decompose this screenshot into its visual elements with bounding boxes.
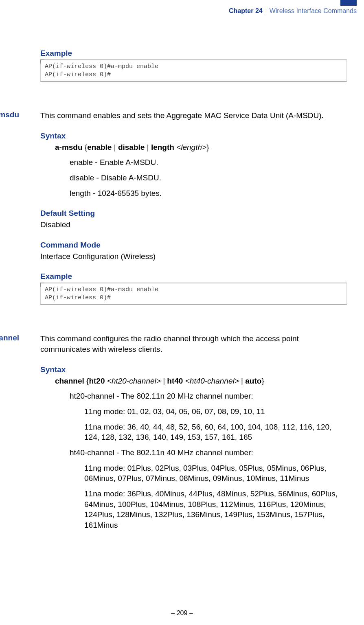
param-ht40-italic: ht40-channel (70, 448, 114, 457)
header-divider (266, 7, 266, 15)
param-ht20-na: 11na mode: 36, 40, 44, 48, 52, 56, 60, 6… (84, 422, 347, 443)
header-accent (340, 0, 357, 6)
syntax-heading-channel: Syntax (40, 365, 347, 374)
syntax-enable: enable (87, 143, 112, 151)
param-disable-bold: disable (70, 173, 94, 182)
param-disable: disable - Disable A-MSDU. (70, 173, 347, 183)
page-header: Chapter 24 Wireless Interface Commands (229, 7, 364, 15)
syntax-length-arg: <length> (176, 143, 206, 151)
page-footer: – 209 – (0, 610, 364, 617)
chapter-title: Wireless Interface Commands (270, 7, 364, 15)
code-block-ampdu: AP(if-wireless 0)#a-mpdu enable AP(if-wi… (40, 59, 347, 82)
syntax-auto: auto (245, 377, 261, 385)
syntax-cmd: a-msdu (55, 143, 83, 151)
amsdu-syntax: a-msdu {enable | disable | length <lengt… (55, 142, 347, 153)
cmdmode-value: Interface Configuration (Wireless) (40, 251, 347, 262)
param-enable: enable - Enable A-MSDU. (70, 157, 347, 168)
section-example-ampdu: Example AP(if-wireless 0)#a-mpdu enable … (0, 49, 347, 82)
example-heading: Example (40, 49, 347, 58)
syntax-heading: Syntax (40, 132, 347, 140)
section-amsdu: a-msdu This command enables and sets the… (0, 110, 347, 305)
section-channel: channel This command configures the radi… (0, 333, 347, 530)
cmdmode-heading: Command Mode (40, 241, 347, 250)
param-ht40-ng: 11ng mode: 01Plus, 02Plus, 03Plus, 04Plu… (84, 463, 347, 484)
syntax-ht20-arg: <ht20-channel> (107, 377, 161, 385)
param-length-rest: - 1024-65535 bytes. (91, 189, 162, 197)
syntax-disable: disable (118, 143, 145, 151)
param-ht20: ht20-channel - The 802.11n 20 MHz channe… (70, 391, 347, 401)
param-ht20-rest: - The 802.11n 20 MHz channel number: (114, 392, 253, 400)
command-label-amsdu: a-msdu (0, 110, 19, 119)
param-length-italic: length (70, 189, 91, 197)
command-label-channel: channel (0, 333, 19, 342)
amsdu-intro: This command enables and sets the Aggreg… (40, 110, 347, 121)
param-ht40-rest: - The 802.11n 40 MHz channel number: (114, 448, 253, 457)
param-ht40-na: 11na mode: 36Plus, 40Minus, 44Plus, 48Mi… (84, 489, 347, 531)
page-number: – 209 – (171, 610, 193, 616)
param-disable-rest: - Disable A-MSDU. (94, 173, 161, 182)
code-block-amsdu: AP(if-wireless 0)#a-msdu enable AP(if-wi… (40, 283, 347, 305)
param-ht20-ng: 11ng mode: 01, 02, 03, 04, 05, 06, 07, 0… (84, 406, 347, 417)
default-value: Disabled (40, 219, 347, 230)
param-length: length - 1024-65535 bytes. (70, 188, 347, 199)
chapter-number: Chapter 24 (229, 7, 263, 15)
example-heading-amsdu: Example (40, 272, 347, 281)
syntax-ht20: ht20 (89, 377, 105, 385)
param-ht20-italic: ht20-channel (70, 392, 114, 400)
default-heading: Default Setting (40, 209, 347, 218)
syntax-cmd-channel: channel (55, 377, 84, 385)
param-enable-rest: - Enable A-MSDU. (93, 158, 158, 167)
syntax-length: length (151, 143, 174, 151)
channel-intro: This command configures the radio channe… (40, 333, 347, 354)
param-enable-bold: enable (70, 158, 93, 167)
param-ht40: ht40-channel - The 802.11n 40 MHz channe… (70, 447, 347, 458)
syntax-ht40-arg: <ht40-channel> (185, 377, 239, 385)
syntax-ht40: ht40 (167, 377, 183, 385)
channel-syntax: channel {ht20 <ht20-channel> | ht40 <ht4… (55, 376, 347, 386)
